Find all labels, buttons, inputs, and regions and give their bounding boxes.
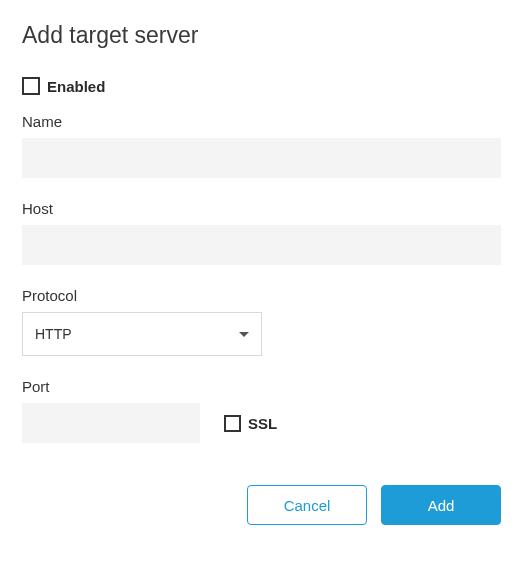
chevron-down-icon [239,327,249,341]
protocol-select[interactable]: HTTP [22,312,262,356]
port-field-group: Port SSL [22,378,501,443]
dialog-title: Add target server [22,22,501,49]
protocol-label: Protocol [22,287,501,304]
add-button[interactable]: Add [381,485,501,525]
port-label: Port [22,378,501,395]
cancel-button[interactable]: Cancel [247,485,367,525]
port-row: SSL [22,403,501,443]
protocol-field-group: Protocol HTTP [22,287,501,356]
ssl-label: SSL [248,415,277,432]
ssl-checkbox[interactable] [224,415,241,432]
port-input[interactable] [22,403,200,443]
ssl-checkbox-row: SSL [224,415,277,432]
enabled-checkbox[interactable] [22,77,40,95]
name-input[interactable] [22,138,501,178]
host-input[interactable] [22,225,501,265]
host-field-group: Host [22,200,501,265]
enabled-label: Enabled [47,78,105,95]
enabled-checkbox-row: Enabled [22,77,501,95]
name-field-group: Name [22,113,501,178]
protocol-value: HTTP [35,326,239,342]
button-row: Cancel Add [22,485,501,525]
name-label: Name [22,113,501,130]
host-label: Host [22,200,501,217]
